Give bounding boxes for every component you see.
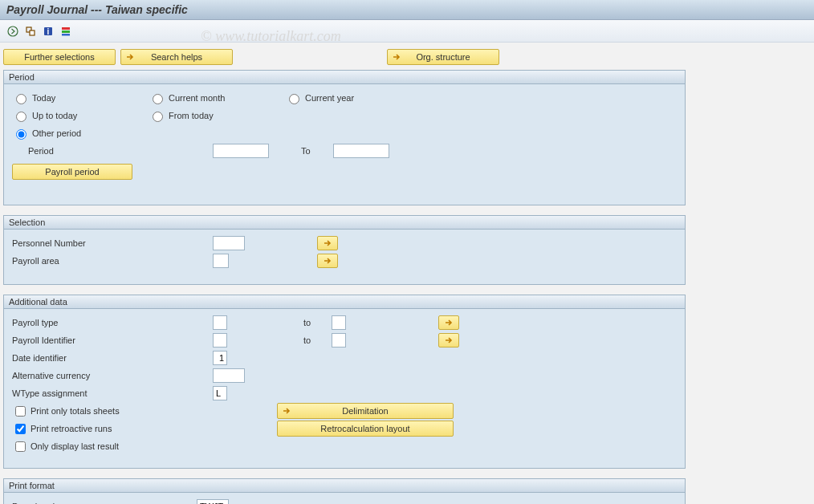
- window-title: Payroll Journal --- Taiwan specific: [0, 0, 814, 20]
- label-print-only-totals: Print only totals sheets: [31, 406, 120, 416]
- svg-rect-5: [62, 27, 70, 30]
- arrow-right-icon: [443, 335, 454, 346]
- arrow-right-icon: [281, 405, 292, 417]
- label-current-year: Current year: [305, 93, 354, 103]
- label-to: To: [301, 146, 325, 156]
- label-personnel-number: Personnel Number: [12, 238, 213, 248]
- arrow-right-icon: [443, 317, 454, 328]
- further-selections-label: Further selections: [24, 52, 94, 62]
- payroll-identifier-input[interactable]: [213, 333, 227, 348]
- page-header-input[interactable]: [197, 499, 229, 504]
- org-structure-label: Org. structure: [416, 52, 470, 62]
- radio-current-year[interactable]: [289, 94, 299, 104]
- checkbox-print-only-totals[interactable]: [15, 406, 26, 417]
- payroll-type-to-input[interactable]: [332, 315, 346, 330]
- window-title-text: Payroll Journal --- Taiwan specific: [6, 3, 188, 16]
- radio-from-today[interactable]: [153, 112, 163, 122]
- further-selections-button[interactable]: Further selections: [3, 49, 116, 65]
- radio-up-to-today[interactable]: [16, 112, 26, 122]
- payroll-area-multiple-button[interactable]: [317, 254, 338, 268]
- payroll-type-multiple-button[interactable]: [438, 315, 459, 330]
- delimitation-label: Delimitation: [342, 406, 388, 416]
- radio-today[interactable]: [16, 94, 26, 104]
- svg-rect-6: [62, 30, 70, 33]
- arrow-right-icon: [322, 255, 333, 266]
- group-additional-data: Additional data Payroll type to Payroll …: [3, 295, 686, 469]
- radio-current-month[interactable]: [153, 94, 163, 104]
- checkbox-print-retroactive[interactable]: [15, 424, 26, 434]
- personnel-number-multiple-button[interactable]: [317, 236, 338, 250]
- label-up-to-today: Up to today: [32, 111, 77, 120]
- group-print-format-legend: Print format: [4, 479, 685, 493]
- svg-text:i: i: [47, 27, 50, 36]
- payroll-area-input[interactable]: [213, 254, 229, 268]
- period-to-input[interactable]: [333, 144, 389, 158]
- application-toolbar: i: [0, 20, 814, 43]
- label-from-today: From today: [169, 111, 214, 120]
- group-selection-legend: Selection: [4, 216, 685, 230]
- retrocalculation-label: Retrocalculation layout: [320, 424, 409, 433]
- delimitation-button[interactable]: Delimitation: [277, 403, 454, 419]
- label-period: Period: [28, 146, 140, 156]
- payroll-identifier-multiple-button[interactable]: [438, 333, 459, 348]
- execute-icon[interactable]: [6, 25, 19, 38]
- label-wtype: WType assignment: [12, 388, 213, 398]
- group-print-format: Print format Page header: [3, 478, 686, 504]
- variant-icon[interactable]: [24, 25, 37, 38]
- payroll-type-input[interactable]: [213, 315, 227, 330]
- search-helps-button[interactable]: Search helps: [120, 49, 233, 65]
- label-print-retroactive: Print retroactive runs: [31, 424, 112, 433]
- info-icon[interactable]: i: [42, 25, 55, 38]
- period-from-input[interactable]: [213, 144, 269, 158]
- label-other-period: Other period: [32, 128, 81, 138]
- selection-buttons-row: Further selections Search helps Org. str…: [0, 43, 814, 70]
- label-payroll-identifier: Payroll Identifier: [12, 335, 213, 345]
- payroll-period-button[interactable]: Payroll period: [12, 164, 132, 180]
- alt-currency-input[interactable]: [213, 368, 245, 383]
- label-date-identifier: Date identifier: [12, 353, 213, 363]
- label-to-1: to: [227, 318, 332, 327]
- label-only-last-result: Only display last result: [31, 441, 119, 451]
- label-today: Today: [32, 93, 55, 103]
- retrocalculation-button[interactable]: Retrocalculation layout: [277, 421, 454, 437]
- payroll-identifier-to-input[interactable]: [332, 333, 346, 348]
- group-period-legend: Period: [4, 71, 685, 84]
- svg-rect-7: [62, 34, 70, 36]
- arrow-right-icon: [322, 238, 333, 249]
- arrow-right-icon: [124, 51, 136, 63]
- wtype-input[interactable]: [213, 386, 227, 400]
- svg-rect-2: [30, 30, 35, 35]
- group-additional-legend: Additional data: [4, 295, 685, 309]
- arrow-right-icon: [391, 51, 402, 63]
- personnel-number-input[interactable]: [213, 236, 245, 250]
- date-identifier-input[interactable]: [213, 351, 227, 365]
- group-selection: Selection Personnel Number Payroll area: [3, 215, 686, 285]
- checkbox-only-last-result[interactable]: [15, 441, 26, 452]
- payroll-period-label: Payroll period: [45, 167, 99, 177]
- search-helps-label: Search helps: [151, 52, 202, 62]
- org-structure-button[interactable]: Org. structure: [387, 49, 499, 65]
- label-current-month: Current month: [169, 93, 225, 103]
- svg-point-0: [8, 26, 18, 36]
- radio-other-period[interactable]: [16, 129, 26, 140]
- label-to-2: to: [227, 335, 332, 345]
- label-payroll-area: Payroll area: [12, 256, 213, 266]
- color-legend-icon[interactable]: [59, 25, 72, 38]
- label-payroll-type: Payroll type: [12, 318, 213, 327]
- group-period: Period Today Current month Current year …: [3, 70, 686, 205]
- label-alt-currency: Alternative currency: [12, 371, 213, 380]
